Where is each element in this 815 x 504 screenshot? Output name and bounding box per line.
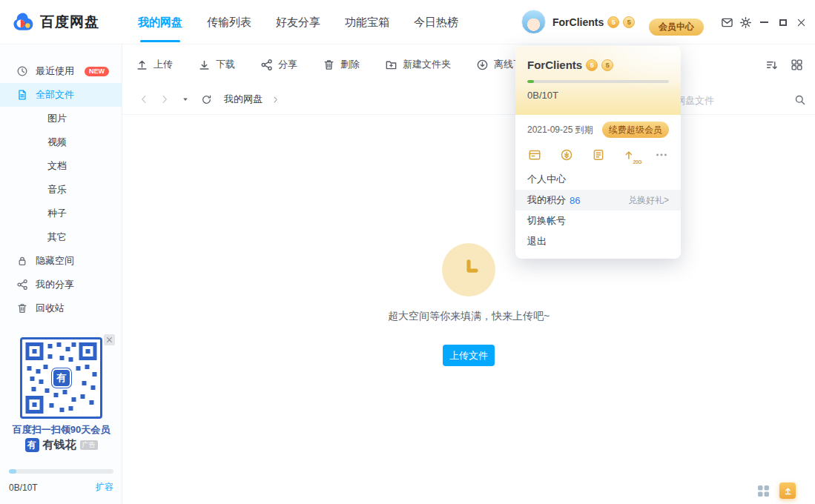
user-account-area[interactable]: ForClients 5 5 [521,10,635,34]
account-menu: 个人中心 我的积分 86 兑换好礼> 切换帐号 退出 [515,169,681,252]
upload-tasks-icon[interactable] [779,483,796,499]
delete-button[interactable]: 删除 [323,58,360,71]
breadcrumb-root[interactable]: 我的网盘 [224,93,263,106]
ad-caption: 百度扫一扫领90天会员 [0,423,122,437]
tab-transfer-list[interactable]: 传输列表 [207,0,251,44]
panel-username: ForClients [527,59,582,71]
delete-label: 删除 [340,58,360,71]
account-dropdown-panel: ForClients 5 5 0B/10T 2021-09-25 到期 续费超级… [515,46,681,259]
large-upload-icon[interactable]: 20G [621,147,638,163]
storage-usage: 0B/10T [9,483,38,493]
sidebar-item-recycle-bin[interactable]: 回收站 [0,296,122,320]
fast-download-icon[interactable] [558,147,575,163]
sidebar-item-label: 最近使用 [36,64,74,78]
points-label: 我的积分 [527,193,566,207]
share-button[interactable]: 分享 [260,58,297,71]
upload-button[interactable]: 上传 [136,58,173,71]
lock-icon [16,255,28,267]
brand-logo: 有 [25,438,39,452]
redeem-gifts-link[interactable]: 兑换好礼> [628,194,669,207]
sidebar-item-others[interactable]: 其它 [0,225,122,249]
sidebar-item-my-shares[interactable]: 我的分享 [0,273,122,296]
avatar[interactable] [521,10,546,34]
maximize-button[interactable] [773,13,792,32]
sidebar-item-all-files[interactable]: 全部文件 [0,83,122,107]
back-icon[interactable] [138,93,150,105]
grid-view-icon[interactable] [791,59,803,71]
refresh-icon[interactable] [200,93,212,105]
sidebar: 最近使用 NEW 全部文件 图片 视频 文档 音乐 种子 其它 [0,44,122,504]
upload-file-button[interactable]: 上传文件 [443,345,495,366]
upload-20g-label: 20G [633,159,642,165]
sidebar-item-hidden-space[interactable]: 隐藏空间 [0,249,122,273]
widgets-grid-icon[interactable] [757,485,770,497]
sidebar-menu: 最近使用 NEW 全部文件 图片 视频 文档 音乐 种子 其它 [0,44,122,320]
sidebar-item-label: 音乐 [47,183,67,196]
vip-level-badge: 5 [607,16,619,28]
menu-item-my-points[interactable]: 我的积分 86 兑换好礼> [515,190,681,210]
main-content: 上传 下载 分享 [122,44,815,504]
tab-my-drive[interactable]: 我的网盘 [138,0,182,44]
breadcrumb-bar: 我的网盘 [122,84,815,115]
more-privileges-icon[interactable] [653,147,670,163]
sidebar-item-pictures[interactable]: 图片 [0,107,122,130]
minimize-button[interactable] [755,13,773,32]
vip-center-button[interactable]: 会员中心 [649,19,704,36]
sidebar-item-videos[interactable]: 视频 [0,130,122,154]
sort-icon[interactable] [765,59,778,71]
empty-state: 超大空间等你来填满，快来上传吧~ 上传文件 [122,115,815,504]
toolbar-right [765,44,803,84]
menu-item-switch-account[interactable]: 切换帐号 [515,210,681,231]
ad-brand: 有 有钱花 广告 [0,438,122,452]
floating-widgets [757,483,796,499]
sidebar-item-torrents[interactable]: 种子 [0,202,122,225]
tab-toolbox[interactable]: 功能宝箱 [345,0,389,44]
toolbar: 上传 下载 分享 [122,44,815,84]
share-label: 分享 [278,58,297,71]
renew-svip-button[interactable]: 续费超级会员 [602,122,669,138]
qr-code-ad[interactable]: 有 [20,337,102,419]
download-button[interactable]: 下载 [198,58,235,71]
online-notes-icon[interactable] [590,147,607,163]
tab-friend-shares[interactable]: 好友分享 [276,0,320,44]
ad-close-icon[interactable] [104,334,115,345]
sidebar-item-label: 文档 [47,159,67,173]
menu-item-personal-center[interactable]: 个人中心 [515,169,681,190]
new-folder-icon [385,59,397,71]
settings-gear-icon[interactable] [736,13,755,32]
main-nav: 我的网盘 传输列表 好友分享 功能宝箱 今日热榜 [138,0,458,44]
expand-storage-link[interactable]: 扩容 [96,481,113,494]
forward-icon[interactable] [159,93,171,105]
member-privilege-icon[interactable] [527,147,543,163]
points-value: 86 [570,195,580,206]
empty-message: 超大空间等你来填满，快来上传吧~ [122,310,815,323]
file-icon [16,89,28,101]
tab-hot-list[interactable]: 今日热榜 [414,0,458,44]
search-icon[interactable] [794,94,806,106]
menu-item-logout[interactable]: 退出 [515,231,681,252]
empty-clock-icon [442,243,495,296]
vip-expiry-row: 2021-09-25 到期 续费超级会员 [515,122,681,138]
sidebar-item-music[interactable]: 音乐 [0,178,122,202]
close-button[interactable] [792,13,811,32]
upload-label: 上传 [154,58,173,71]
storage-progressbar [9,469,113,474]
mail-icon[interactable] [718,13,736,32]
history-dropdown-icon[interactable] [179,93,191,105]
vip-expiry-date: 2021-09-25 到期 [527,124,593,136]
sidebar-item-label: 图片 [47,112,67,125]
sidebar-item-label: 全部文件 [36,88,74,102]
window-controls [718,0,811,44]
logout-label: 退出 [527,235,547,248]
upload-icon [136,59,148,71]
sidebar-item-recent[interactable]: 最近使用 NEW [0,59,122,83]
panel-vip-badge: 5 [586,59,598,71]
sidebar-item-label: 视频 [47,136,67,149]
sidebar-item-label: 隐藏空间 [36,254,74,268]
switch-account-label: 切换帐号 [527,214,566,228]
clock-icon [16,65,28,77]
new-badge: NEW [85,67,109,76]
sidebar-item-label: 其它 [47,231,67,244]
new-folder-button[interactable]: 新建文件夹 [385,58,451,71]
sidebar-item-documents[interactable]: 文档 [0,154,122,178]
